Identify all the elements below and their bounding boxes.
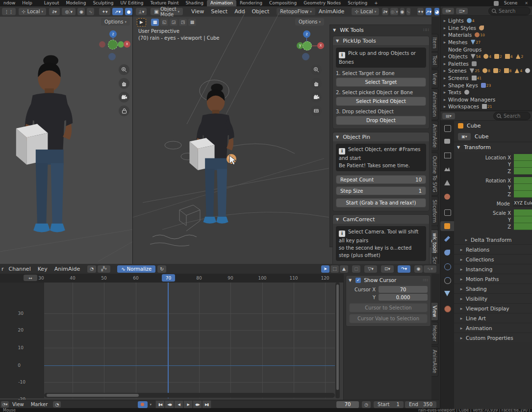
tab-view[interactable]: View (431, 70, 438, 88)
menu-marker-partial[interactable]: r (0, 266, 5, 272)
gizmo-x-neg-axis[interactable] (99, 41, 105, 48)
outliner-item-screens[interactable]: ▸Screens41 (441, 75, 532, 82)
output-tab-icon[interactable] (444, 153, 451, 158)
section-collections[interactable]: ▸Collections (454, 254, 532, 264)
physics-tab-icon[interactable] (444, 263, 451, 270)
workspace-tab-texture-paint[interactable]: Texture Paint (147, 0, 182, 6)
outliner-item-workspaces[interactable]: ▸Workspaces21 (441, 103, 532, 110)
view-layer-tab-icon[interactable] (444, 166, 450, 171)
drop-object-button[interactable]: Drop Object (336, 116, 426, 125)
shading-mode-icon[interactable]: ● (125, 8, 132, 15)
workspace-tab-sculpting[interactable]: Sculpting (89, 0, 117, 6)
play-reverse-button[interactable]: ◀ (174, 400, 183, 409)
workspace-tab-modeling[interactable]: Modeling (62, 0, 89, 6)
cam-correct-header[interactable]: ▼CamCorrect (333, 215, 429, 224)
pickup-tools-header[interactable]: ▼PickUp Tools (333, 36, 429, 45)
vertical-scrollbar[interactable] (335, 283, 340, 398)
scrollbar-thumb[interactable] (336, 284, 339, 390)
tab-animaide[interactable]: AnimAide (431, 121, 438, 151)
prev-keyframe-button[interactable]: ◀◆ (165, 400, 174, 409)
step-size-slider[interactable]: Step Size1 (336, 186, 426, 195)
panel-collapse-icon[interactable]: ▼ (333, 28, 336, 32)
normalize-toggle[interactable]: ∿ Normalize (117, 265, 155, 273)
section-shading[interactable]: ▸Shading (454, 283, 532, 293)
gizmo-z-neg-axis[interactable] (108, 53, 116, 60)
warning-icon[interactable]: ▲ (340, 265, 348, 273)
graph-plot-area[interactable] (44, 283, 335, 398)
rotation-x-field[interactable] (514, 177, 532, 184)
constraints-tab-icon[interactable] (444, 277, 451, 284)
gizmo-y-pos[interactable] (303, 41, 312, 51)
repeat-count-slider[interactable]: Repeat Count10 (336, 175, 426, 184)
cursor-y-field[interactable]: 0.000 (379, 294, 428, 301)
object-selector[interactable]: Cube (475, 133, 488, 140)
tab-outline-to-svg[interactable]: Outline To SVG (431, 153, 438, 196)
viewport-left[interactable]: ⋮⋮ ⊹ Local▾ ∂▾ ◎⁚▾ ◉ ∿ ✦▾ ↗▾ ● Options▾ … (0, 6, 133, 264)
falloff-icon[interactable]: ∿ (87, 8, 94, 15)
tab-sliceform[interactable]: Sliceform (431, 196, 438, 226)
location-z-field[interactable] (514, 168, 532, 175)
section-animation[interactable]: ▸Animation (454, 323, 532, 333)
panel-grip-icon[interactable]: ∷∷ (424, 27, 429, 32)
outliner-item-palettes[interactable]: ▸Palettes (441, 60, 532, 68)
workspace-tab-rendering[interactable]: Rendering (236, 0, 266, 6)
proportional-edit-icon[interactable]: ◎⁚▾ (62, 8, 76, 15)
gizmo-z-axis[interactable]: z (109, 30, 117, 38)
workspace-tab-uv-editing[interactable]: UV Editing (117, 0, 147, 6)
workspace-tab-geometry-nodes[interactable]: Geometry Nodes (300, 0, 344, 6)
modifiers-tab-icon[interactable] (444, 236, 450, 242)
pivot-point-icon[interactable]: ⊡▾ (381, 265, 394, 273)
select-picked-object-button[interactable]: Select Picked Object (336, 97, 426, 106)
gizmo-y-axis[interactable] (108, 40, 118, 50)
editor-type-icon[interactable]: ◔▾ (1, 401, 9, 408)
navigation-gizmo-main[interactable]: z y x (296, 29, 325, 59)
marquee-icon[interactable]: ⬚ (330, 265, 339, 273)
tab-helper[interactable]: Helper (431, 322, 438, 345)
section-visibility[interactable]: ▸Visibility (454, 293, 532, 303)
pivot-icon[interactable]: ◉ (77, 8, 85, 15)
object-pin-header[interactable]: ▼Object Pin (333, 132, 429, 141)
tab-view[interactable]: View (431, 302, 438, 321)
jump-to-start-button[interactable]: ▮◀ (155, 400, 165, 409)
object-data-tab-icon[interactable] (444, 291, 450, 296)
scale-z-field[interactable] (514, 223, 532, 230)
overlays-icon[interactable]: ↗▾ (112, 8, 123, 15)
outliner-item-materials[interactable]: ▸Materials10 (441, 31, 532, 39)
viewport-main[interactable]: ⊥▾ ▣ Object Mode▾ View Select Add Object… (133, 6, 439, 264)
gizmo-x-axis[interactable]: x (317, 42, 324, 49)
select-target-button[interactable]: Select Target (336, 77, 426, 87)
gizmo-z-neg-axis[interactable] (302, 53, 309, 60)
section-instancing[interactable]: ▸Instancing (454, 264, 532, 274)
pivot-icon[interactable]: ◉ (414, 265, 423, 273)
viewport-left-options-dropdown[interactable]: Options▾ (101, 18, 130, 26)
tool-tab-icon[interactable] (444, 125, 451, 132)
outliner-filter-dropdown[interactable]: ◫▾ (456, 8, 468, 14)
snap-curve-icon[interactable]: ↷▾ (398, 265, 410, 273)
tab-animaide[interactable]: AnimAide (431, 346, 438, 377)
zoom-icon[interactable] (311, 64, 322, 75)
frames-clock-icon[interactable]: ◷ (362, 401, 371, 408)
menu-animaide[interactable]: AnimAide (51, 266, 84, 272)
cursor-value-to-selection-button[interactable]: Cursor Value to Selection (349, 314, 428, 323)
zoom-icon[interactable] (119, 64, 129, 75)
menu-window[interactable]: ndow (0, 0, 19, 6)
outliner-item-meshes[interactable]: ▸Meshes27 (441, 39, 532, 46)
object-selector-icon[interactable]: ▣▾ (458, 133, 471, 140)
outliner-item-node-groups[interactable]: Node Groups (441, 46, 532, 53)
scale-x-field[interactable] (514, 209, 532, 216)
section-custom-properties[interactable]: ▸Custom Properties (454, 333, 532, 342)
gizmo-x-axis[interactable]: x (124, 41, 130, 48)
workspace-tab-shading[interactable]: Shading (182, 0, 207, 6)
graph-ruler[interactable]: ↔ 30 40 50 60 80 90 100 110 120 70 (0, 274, 343, 283)
auto-keying-toggle[interactable] (138, 401, 148, 408)
workspace-tab-animation[interactable]: Animation (207, 0, 236, 6)
menu-key[interactable]: Key (34, 266, 51, 272)
horizontal-scrollbar[interactable] (44, 393, 335, 398)
section-motion-paths[interactable]: ▸Motion Paths (454, 274, 532, 283)
playhead-line[interactable] (168, 283, 169, 398)
camera-view-icon[interactable] (311, 92, 322, 103)
character-model-main[interactable] (180, 81, 252, 237)
material-tab-icon[interactable] (444, 306, 451, 312)
tab-tool[interactable]: Tool (431, 52, 438, 68)
workspace-tab-compositing[interactable]: Compositing (266, 0, 300, 6)
